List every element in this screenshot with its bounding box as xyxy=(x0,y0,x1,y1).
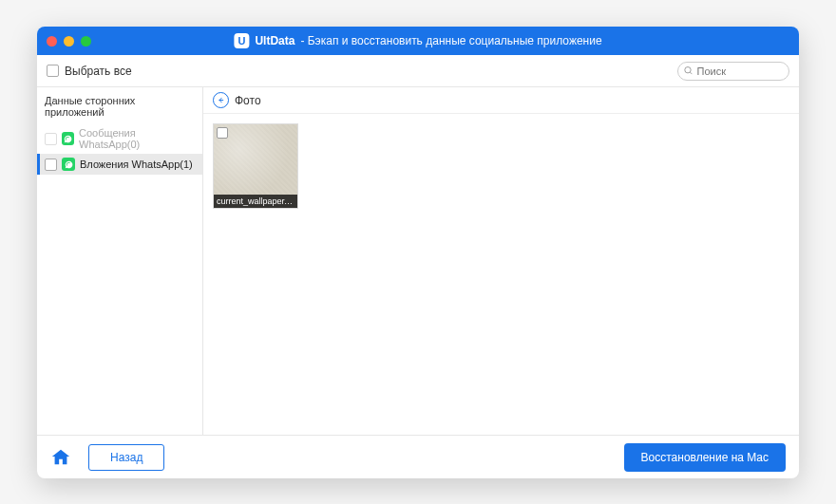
search-icon xyxy=(684,65,694,76)
restore-button[interactable]: Восстановление на Mac xyxy=(624,443,786,472)
title-center: U UltData - Бэкап и восстановить данные … xyxy=(234,33,601,48)
thumbnail-item[interactable]: current_wallpaper.jpg xyxy=(213,123,298,209)
footer-left: Назад xyxy=(50,444,164,471)
top-toolbar: Выбрать все xyxy=(37,55,799,87)
sidebar-section-title: Данные сторонних приложений xyxy=(37,87,202,123)
whatsapp-icon xyxy=(62,132,74,145)
content-pane: Фото current_wallpaper.jpg xyxy=(203,87,799,435)
app-window: U UltData - Бэкап и восстановить данные … xyxy=(37,27,799,478)
sidebar: Данные сторонних приложений Сообщения Wh… xyxy=(37,87,203,435)
arrow-left-icon xyxy=(217,96,225,104)
footer: Назад Восстановление на Mac xyxy=(37,435,799,478)
app-subtitle: - Бэкап и восстановить данные социальные… xyxy=(300,34,601,47)
maximize-window-button[interactable] xyxy=(81,36,91,47)
search-input[interactable] xyxy=(677,62,789,81)
whatsapp-icon xyxy=(62,158,75,171)
titlebar: U UltData - Бэкап и восстановить данные … xyxy=(37,27,799,55)
main-area: Данные сторонних приложений Сообщения Wh… xyxy=(37,87,799,435)
body: Выбрать все Данные сторонних приложений … xyxy=(37,55,799,478)
minimize-window-button[interactable] xyxy=(64,36,74,47)
select-all-checkbox[interactable]: Выбрать все xyxy=(47,65,132,78)
sidebar-item-label: Вложения WhatsApp(1) xyxy=(80,159,193,170)
app-name: UltData xyxy=(255,34,294,47)
breadcrumb-label: Фото xyxy=(235,94,261,107)
sidebar-item-whatsapp-attachments[interactable]: Вложения WhatsApp(1) xyxy=(37,154,202,175)
checkbox-icon xyxy=(45,133,57,145)
back-button[interactable] xyxy=(213,92,229,108)
sidebar-item-whatsapp-messages[interactable]: Сообщения WhatsApp(0) xyxy=(37,123,202,154)
thumbnail-checkbox[interactable] xyxy=(217,127,228,139)
select-all-label: Выбрать все xyxy=(65,65,132,78)
sidebar-item-label: Сообщения WhatsApp(0) xyxy=(79,127,195,150)
back-footer-button[interactable]: Назад xyxy=(88,444,164,471)
checkbox-icon xyxy=(45,159,57,171)
search-field[interactable] xyxy=(697,65,783,77)
thumbnail-filename: current_wallpaper.jpg xyxy=(214,195,297,208)
home-icon[interactable] xyxy=(50,447,71,468)
breadcrumb: Фото xyxy=(203,87,799,114)
window-controls xyxy=(47,36,91,47)
thumbnail-grid: current_wallpaper.jpg xyxy=(203,114,799,435)
close-window-button[interactable] xyxy=(47,36,57,47)
app-logo-icon: U xyxy=(234,33,249,48)
checkbox-icon xyxy=(47,65,59,77)
